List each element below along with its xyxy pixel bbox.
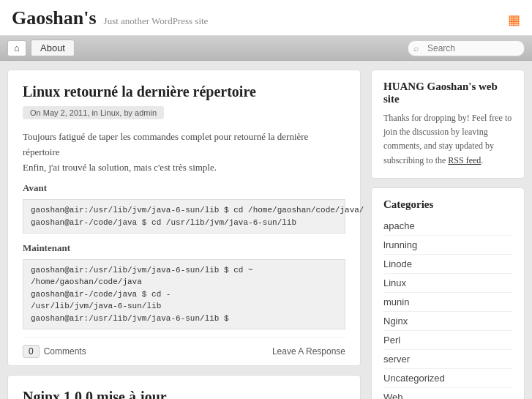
category-item[interactable]: Nginx bbox=[383, 312, 512, 331]
about-widget: HUANG Gaoshan's web site Thanks for drop… bbox=[371, 70, 525, 179]
sidebar: HUANG Gaoshan's web site Thanks for drop… bbox=[371, 70, 525, 399]
post-title-2: Nginx 1.0.0 mise à jour bbox=[23, 389, 345, 399]
nav-bar: ⌂ About ⌕ bbox=[0, 36, 532, 61]
post-title-1: Linux retourné la dernière répertoire bbox=[23, 83, 345, 100]
post-card-1: Linux retourné la dernière répertoire On… bbox=[7, 70, 361, 366]
comments-badge-1: 0 Comments bbox=[23, 345, 86, 358]
category-item[interactable]: Perl bbox=[383, 331, 512, 350]
leave-response-1[interactable]: Leave A Response bbox=[272, 346, 345, 357]
home-icon: ⌂ bbox=[14, 42, 20, 54]
category-item[interactable]: Linode bbox=[383, 255, 512, 274]
main-layout: Linux retourné la dernière répertoire On… bbox=[0, 61, 532, 399]
code-maintenant: gaoshan@air:/usr/lib/jvm/java-6-sun/lib … bbox=[23, 259, 345, 330]
category-item[interactable]: munin bbox=[383, 293, 512, 312]
maintenant-label: Maintenant bbox=[23, 241, 345, 256]
search-box-wrap: ⌕ bbox=[408, 40, 525, 56]
category-list: apachelrunningLinodeLinuxmuninNginxPerls… bbox=[383, 217, 512, 399]
avant-label: Avant bbox=[23, 181, 345, 196]
search-icon: ⌕ bbox=[413, 42, 419, 53]
post-intro-1: Toujours fatigué de taper les commandes … bbox=[23, 130, 345, 175]
comments-label-1: Comments bbox=[44, 346, 86, 357]
site-title: Gaoshan's bbox=[12, 7, 97, 29]
category-item[interactable]: Linux bbox=[383, 274, 512, 293]
post-footer-1: 0 Comments Leave A Response bbox=[23, 337, 345, 365]
comment-count-1: 0 bbox=[23, 345, 40, 358]
categories-title: Categories bbox=[383, 198, 512, 211]
category-item[interactable]: server bbox=[383, 350, 512, 369]
post-body-1: Toujours fatigué de taper les commandes … bbox=[23, 130, 345, 329]
about-widget-text: Thanks for dropping by! Feel free to joi… bbox=[383, 111, 512, 168]
search-wrap: ⌕ bbox=[408, 40, 525, 56]
categories-widget: Categories apachelrunningLinodeLinuxmuni… bbox=[371, 187, 525, 399]
post-card-2: Nginx 1.0.0 mise à jour On May 2, 2011, … bbox=[7, 375, 361, 399]
about-widget-title: HUANG Gaoshan's web site bbox=[383, 81, 512, 105]
content-area: Linux retourné la dernière répertoire On… bbox=[7, 70, 361, 399]
site-header: Gaoshan's Just another WordPress site ▦ bbox=[0, 0, 532, 36]
category-item[interactable]: Web bbox=[383, 388, 512, 399]
site-tagline: Just another WordPress site bbox=[104, 15, 209, 27]
rss-feed-link[interactable]: RSS feed bbox=[448, 155, 481, 165]
code-avant: gaoshan@air:/usr/lib/jvm/java-6-sun/lib … bbox=[23, 199, 345, 234]
home-button[interactable]: ⌂ bbox=[7, 40, 26, 56]
category-item[interactable]: Uncategorized bbox=[383, 369, 512, 388]
about-button[interactable]: About bbox=[31, 40, 75, 56]
search-input[interactable] bbox=[408, 40, 525, 56]
category-item[interactable]: apache bbox=[383, 217, 512, 236]
post-meta-1: On May 2, 2011, in Linux, by admin bbox=[23, 106, 164, 119]
rss-icon[interactable]: ▦ bbox=[508, 12, 520, 28]
category-item[interactable]: lrunning bbox=[383, 236, 512, 255]
